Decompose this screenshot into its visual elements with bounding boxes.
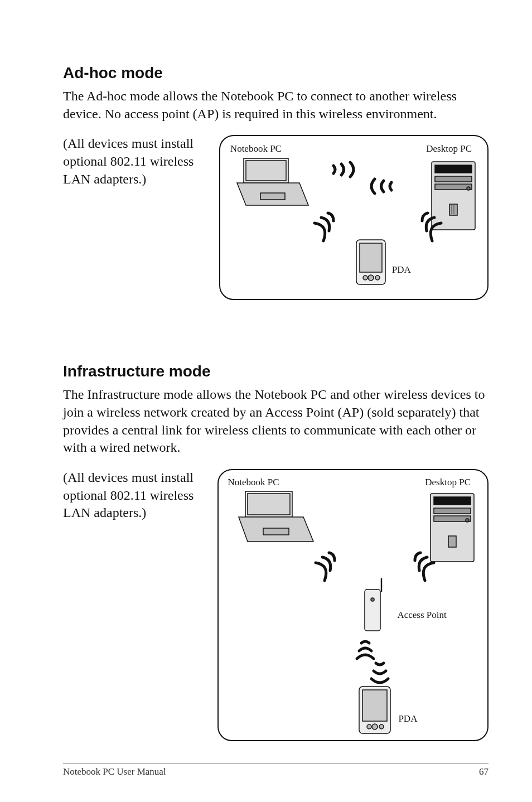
page-footer: Notebook PC User Manual 67 <box>63 763 489 777</box>
svg-rect-11 <box>360 243 382 272</box>
svg-point-29 <box>372 724 378 729</box>
svg-rect-19 <box>434 508 471 514</box>
infra-desc: The Infrastructure mode allows the Noteb… <box>63 386 489 457</box>
notebook-icon <box>234 156 312 212</box>
adhoc-desc: The Ad-hoc mode allows the Notebook PC t… <box>63 88 489 123</box>
waves-d1-icon <box>307 209 362 253</box>
label-notebook: Notebook PC <box>230 143 282 154</box>
label-desktop: Desktop PC <box>426 143 472 154</box>
footer-manual: Notebook PC User Manual <box>63 766 166 777</box>
label-ap: Access Point <box>397 610 446 621</box>
infra-heading: Infrastructure mode <box>63 363 489 380</box>
adhoc-diagram: Notebook PC Desktop PC PDA <box>219 135 489 300</box>
svg-point-21 <box>466 519 469 522</box>
svg-point-13 <box>368 275 374 281</box>
notebook2-icon <box>234 489 318 549</box>
svg-rect-5 <box>435 184 472 190</box>
waves-vert-icon <box>350 635 395 685</box>
svg-rect-22 <box>448 536 456 547</box>
svg-point-28 <box>367 724 371 729</box>
adhoc-sidenote: (All devices must install optional 802.1… <box>63 135 211 188</box>
svg-rect-16 <box>263 528 289 535</box>
svg-rect-1 <box>260 193 285 200</box>
infra-diagram: Notebook PC Desktop PC Access Point PDA <box>217 469 489 741</box>
svg-point-25 <box>371 598 374 601</box>
svg-point-30 <box>379 724 384 729</box>
label-pda: PDA <box>392 264 411 276</box>
svg-point-14 <box>375 276 380 280</box>
svg-rect-3 <box>435 165 472 173</box>
waves-h-icon <box>329 161 396 195</box>
svg-rect-18 <box>434 497 471 505</box>
label-notebook2: Notebook PC <box>228 477 279 488</box>
label-pda2: PDA <box>398 713 417 724</box>
svg-rect-20 <box>434 516 471 521</box>
svg-point-6 <box>467 187 470 190</box>
label-desktop2: Desktop PC <box>425 477 471 488</box>
waves-d2-icon <box>399 209 454 253</box>
footer-page: 67 <box>479 766 489 777</box>
svg-rect-27 <box>362 690 387 721</box>
svg-rect-15 <box>248 494 290 515</box>
infra-row: (All devices must install optional 802.1… <box>63 469 489 741</box>
adhoc-row: (All devices must install optional 802.1… <box>63 135 489 300</box>
infra-sidenote: (All devices must install optional 802.1… <box>63 469 210 522</box>
svg-rect-4 <box>435 176 472 182</box>
svg-rect-23 <box>365 590 380 631</box>
waves-right-icon <box>391 548 447 593</box>
svg-rect-0 <box>246 161 286 181</box>
adhoc-heading: Ad-hoc mode <box>63 64 489 82</box>
svg-point-12 <box>363 276 367 280</box>
waves-left-icon <box>308 548 364 593</box>
pda2-icon <box>357 684 393 736</box>
